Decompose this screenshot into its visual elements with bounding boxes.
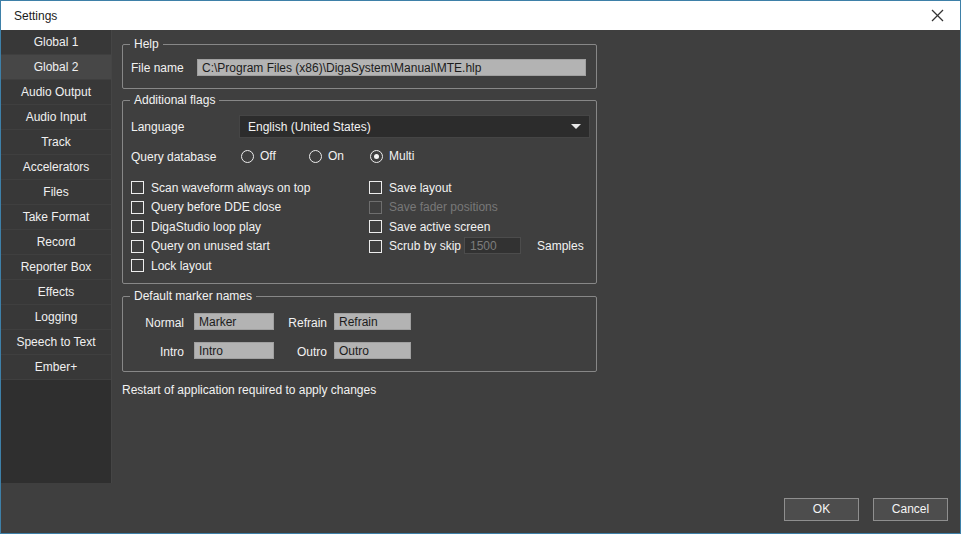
sidebar-item-global-1[interactable]: Global 1 (1, 30, 111, 54)
sidebar-item-speech-to-text[interactable]: Speech to Text (1, 330, 111, 354)
scrub-samples-input (464, 237, 521, 254)
sidebar-item-record[interactable]: Record (1, 230, 111, 254)
checkbox-label: DigaStudio loop play (151, 220, 261, 234)
sidebar-item-reporter-box[interactable]: Reporter Box (1, 255, 111, 279)
checkbox-lock-layout[interactable]: Lock layout (131, 259, 310, 272)
radio-on-label: On (328, 149, 344, 163)
sidebar-item-effects[interactable]: Effects (1, 280, 111, 304)
additional-flags-groupbox: Additional flags Language English (Unite… (122, 100, 597, 284)
checkbox-icon (131, 201, 144, 214)
radio-query-multi[interactable]: Multi (370, 149, 414, 163)
flags-left-column: Scan waveform always on top Query before… (131, 181, 310, 272)
file-name-input[interactable] (197, 59, 586, 76)
close-icon (931, 9, 944, 22)
sidebar-item-take-format[interactable]: Take Format (1, 205, 111, 229)
checkbox-icon (369, 220, 382, 233)
radio-multi-circle (370, 150, 383, 163)
sidebar-item-files[interactable]: Files (1, 180, 111, 204)
window-title: Settings (1, 9, 57, 23)
checkbox-query-unused-start[interactable]: Query on unused start (131, 240, 310, 253)
checkbox-icon (131, 181, 144, 194)
radio-off-label: Off (260, 149, 276, 163)
sidebar-item-logging[interactable]: Logging (1, 305, 111, 329)
sidebar-item-audio-input[interactable]: Audio Input (1, 105, 111, 129)
marker-names-group-title: Default marker names (130, 289, 256, 304)
checkbox-save-active-screen[interactable]: Save active screen (369, 220, 498, 233)
restart-note: Restart of application required to apply… (122, 383, 376, 397)
checkbox-query-dde-close[interactable]: Query before DDE close (131, 201, 310, 214)
sidebar: Global 1 Global 2 Audio Output Audio Inp… (1, 30, 112, 483)
file-name-label: File name (131, 61, 184, 75)
checkbox-label: Scrub by skip (389, 239, 461, 253)
marker-outro-label: Outro (257, 345, 327, 359)
language-label: Language (131, 120, 184, 134)
marker-normal-label: Normal (131, 316, 184, 330)
radio-query-on[interactable]: On (309, 149, 344, 163)
marker-refrain-label: Refrain (257, 316, 327, 330)
ok-button[interactable]: OK (784, 498, 859, 521)
radio-off-circle (241, 150, 254, 163)
radio-query-off[interactable]: Off (241, 149, 276, 163)
settings-window: Settings Global 1 Global 2 Audio Output … (0, 0, 961, 534)
checkbox-save-layout[interactable]: Save layout (369, 181, 498, 194)
marker-refrain-input[interactable] (334, 313, 411, 330)
marker-names-groupbox: Default marker names Normal Refrain Intr… (122, 296, 597, 372)
checkbox-label: Lock layout (151, 259, 212, 273)
close-button[interactable] (914, 1, 960, 30)
help-group-title: Help (130, 37, 163, 52)
checkbox-label: Scan waveform always on top (151, 181, 310, 195)
checkbox-digastudio-loop[interactable]: DigaStudio loop play (131, 220, 310, 233)
checkbox-icon (369, 181, 382, 194)
sidebar-item-global-2[interactable]: Global 2 (1, 55, 111, 79)
checkbox-icon (131, 259, 144, 272)
checkbox-label: Save layout (389, 181, 452, 195)
cancel-button[interactable]: Cancel (873, 498, 948, 521)
checkbox-label: Save fader positions (389, 200, 498, 214)
checkbox-icon (369, 201, 382, 214)
checkbox-label: Query before DDE close (151, 200, 281, 214)
sidebar-item-track[interactable]: Track (1, 130, 111, 154)
radio-multi-label: Multi (389, 149, 414, 163)
language-dropdown[interactable]: English (United States) (239, 115, 590, 138)
titlebar: Settings (1, 1, 960, 30)
sidebar-filler (1, 380, 111, 483)
language-dropdown-value: English (United States) (248, 120, 571, 134)
scrub-samples-unit-label: Samples (537, 239, 584, 253)
query-database-label: Query database (131, 150, 216, 164)
sidebar-item-audio-output[interactable]: Audio Output (1, 80, 111, 104)
checkbox-save-fader-positions: Save fader positions (369, 201, 498, 214)
marker-intro-label: Intro (131, 345, 184, 359)
radio-on-circle (309, 150, 322, 163)
checkbox-label: Save active screen (389, 220, 490, 234)
checkbox-icon (369, 240, 382, 253)
checkbox-label: Query on unused start (151, 239, 270, 253)
checkbox-scan-waveform[interactable]: Scan waveform always on top (131, 181, 310, 194)
marker-outro-input[interactable] (334, 342, 411, 359)
checkbox-icon (131, 220, 144, 233)
sidebar-item-accelerators[interactable]: Accelerators (1, 155, 111, 179)
sidebar-item-ember[interactable]: Ember+ (1, 355, 111, 379)
chevron-down-icon (571, 124, 581, 129)
checkbox-icon (131, 240, 144, 253)
additional-flags-group-title: Additional flags (130, 93, 219, 108)
help-groupbox: Help File name (122, 44, 597, 89)
